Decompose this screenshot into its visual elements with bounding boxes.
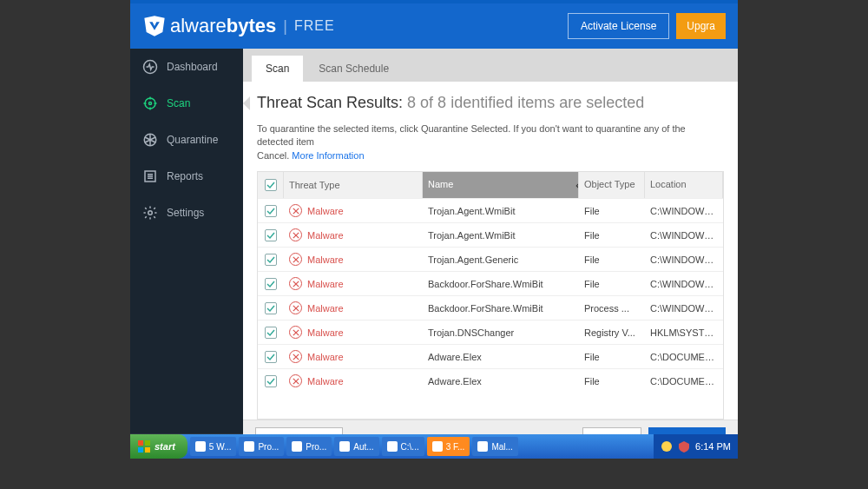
object-type: File xyxy=(579,225,645,246)
threat-type-label: Malware xyxy=(307,376,344,387)
table-row[interactable]: MalwareBackdoor.ForShare.WmiBitProcess .… xyxy=(258,295,723,320)
row-checkbox[interactable] xyxy=(265,302,277,314)
brand-separator: | xyxy=(283,17,287,36)
sidebar-item-quarantine[interactable]: Quarantine xyxy=(130,122,243,158)
sidebar-item-reports[interactable]: Reports xyxy=(130,158,243,195)
threat-name: Backdoor.ForShare.WmiBit xyxy=(423,298,579,319)
brand-text: alwarebytes xyxy=(170,15,276,37)
more-information-link[interactable]: More Information xyxy=(292,150,364,161)
instructions-text: To quarantine the selected items, click … xyxy=(257,122,724,162)
col-location[interactable]: Location xyxy=(645,172,723,198)
threat-type-label: Malware xyxy=(307,230,344,241)
app-window: alwarebytes | FREE Activate License Upgr… xyxy=(130,0,738,459)
task-icon xyxy=(477,441,488,452)
row-checkbox[interactable] xyxy=(265,205,277,217)
table-row[interactable]: MalwareTrojan.DNSChangerRegistry V...HKL… xyxy=(258,320,723,344)
task-icon xyxy=(292,441,302,452)
table-row[interactable]: MalwareTrojan.Agent.WmiBitFileC:\WINDOWS… xyxy=(258,198,723,222)
taskbar-task[interactable]: Mal... xyxy=(472,437,517,456)
tab-scan[interactable]: Scan xyxy=(252,56,303,82)
gear-icon xyxy=(142,205,158,221)
table-row[interactable]: MalwareTrojan.Agent.WmiBitFileC:\WINDOWS… xyxy=(258,222,723,247)
threat-name: Backdoor.ForShare.WmiBit xyxy=(423,274,579,294)
tab-bar: Scan Scan Schedule xyxy=(243,49,738,82)
task-icon xyxy=(339,441,350,452)
sidebar: Dashboard Scan Quarantine Reports Settin… xyxy=(130,49,243,459)
taskbar-task[interactable]: 5 W... xyxy=(190,437,237,456)
resize-cursor-icon: ⇔ xyxy=(575,179,579,192)
col-threat-type[interactable]: Threat Type xyxy=(284,172,423,198)
object-type: Process ... xyxy=(579,298,645,319)
threat-name: Adware.Elex xyxy=(423,347,579,367)
svg-rect-6 xyxy=(138,440,143,446)
taskbar-task[interactable]: C:\... xyxy=(382,437,424,456)
tray-icon[interactable] xyxy=(678,440,690,453)
table-row[interactable]: MalwareAdware.ElexFileC:\DOCUMENTS xyxy=(258,368,723,393)
taskbar-task[interactable]: Aut... xyxy=(334,437,378,456)
task-icon xyxy=(195,441,206,452)
start-button[interactable]: start xyxy=(130,434,187,459)
location: C:\WINDOWS\DI xyxy=(645,274,723,294)
taskbar-task[interactable]: Pro... xyxy=(286,437,332,456)
location: C:\WINDOWS\TA xyxy=(645,201,723,221)
svg-point-2 xyxy=(149,102,152,105)
location: HKLM\SYSTEM\C xyxy=(645,322,723,343)
threat-name: Trojan.DNSChanger xyxy=(423,322,579,343)
col-object-type[interactable]: Object Type xyxy=(579,172,645,198)
target-icon xyxy=(142,96,158,111)
page-body: Threat Scan Results: 8 of 8 identified i… xyxy=(243,82,738,420)
svg-rect-9 xyxy=(145,447,150,453)
tray-icon[interactable] xyxy=(661,440,673,453)
activate-license-button[interactable]: Activate License xyxy=(568,13,669,39)
threat-name: Adware.Elex xyxy=(423,371,579,392)
taskbar-clock[interactable]: 6:14 PM xyxy=(695,441,731,452)
sidebar-item-label: Quarantine xyxy=(167,134,218,146)
object-type: File xyxy=(579,347,645,367)
table-row[interactable]: MalwareTrojan.Agent.GenericFileC:\WINDOW… xyxy=(258,247,723,271)
threat-x-icon xyxy=(289,253,302,266)
row-checkbox[interactable] xyxy=(265,351,277,363)
sidebar-item-label: Dashboard xyxy=(167,61,218,73)
table-header: Threat Type Name ⇔ Object Type Location xyxy=(258,172,723,198)
sidebar-item-scan[interactable]: Scan xyxy=(130,85,243,122)
threat-type-label: Malware xyxy=(307,327,344,338)
svg-rect-7 xyxy=(145,440,150,446)
sidebar-item-label: Reports xyxy=(167,170,203,182)
row-checkbox[interactable] xyxy=(265,375,277,387)
threat-type-label: Malware xyxy=(307,254,344,265)
upgrade-button[interactable]: Upgra xyxy=(676,13,726,39)
row-checkbox[interactable] xyxy=(265,254,277,266)
sidebar-item-dashboard[interactable]: Dashboard xyxy=(130,49,243,85)
threat-x-icon xyxy=(289,204,302,217)
object-type: File xyxy=(579,371,645,392)
taskbar-task[interactable]: 3 F... xyxy=(427,437,470,456)
row-checkbox[interactable] xyxy=(265,327,277,339)
threat-type-label: Malware xyxy=(307,352,344,362)
threat-x-icon xyxy=(289,277,302,290)
edition-label: FREE xyxy=(294,18,335,34)
table-body: MalwareTrojan.Agent.WmiBitFileC:\WINDOWS… xyxy=(258,198,723,419)
table-row[interactable]: MalwareAdware.ElexFileC:\DOCUMENTS xyxy=(258,344,723,368)
select-all-checkbox[interactable] xyxy=(265,179,277,191)
threat-type-label: Malware xyxy=(307,303,344,314)
threat-name: Trojan.Agent.WmiBit xyxy=(423,201,579,221)
row-checkbox[interactable] xyxy=(265,278,277,290)
list-icon xyxy=(142,169,158,184)
system-tray[interactable]: 6:14 PM xyxy=(654,434,738,459)
taskbar-task[interactable]: Pro... xyxy=(239,437,284,456)
logo-icon xyxy=(142,14,167,38)
threat-type-label: Malware xyxy=(307,206,344,216)
sidebar-item-settings[interactable]: Settings xyxy=(130,195,243,231)
tab-schedule[interactable]: Scan Schedule xyxy=(305,56,403,82)
threat-type-label: Malware xyxy=(307,279,344,289)
threat-x-icon xyxy=(289,350,302,363)
location: C:\WINDOWS\TA xyxy=(645,225,723,246)
threat-x-icon xyxy=(289,374,302,387)
task-icon xyxy=(244,441,254,452)
col-name[interactable]: Name ⇔ xyxy=(423,172,579,198)
task-icon xyxy=(432,441,443,452)
table-row[interactable]: MalwareBackdoor.ForShare.WmiBitFileC:\WI… xyxy=(258,271,723,295)
location: C:\WINDOWS\DI xyxy=(645,298,723,319)
row-checkbox[interactable] xyxy=(265,229,277,241)
threat-x-icon xyxy=(289,326,302,339)
